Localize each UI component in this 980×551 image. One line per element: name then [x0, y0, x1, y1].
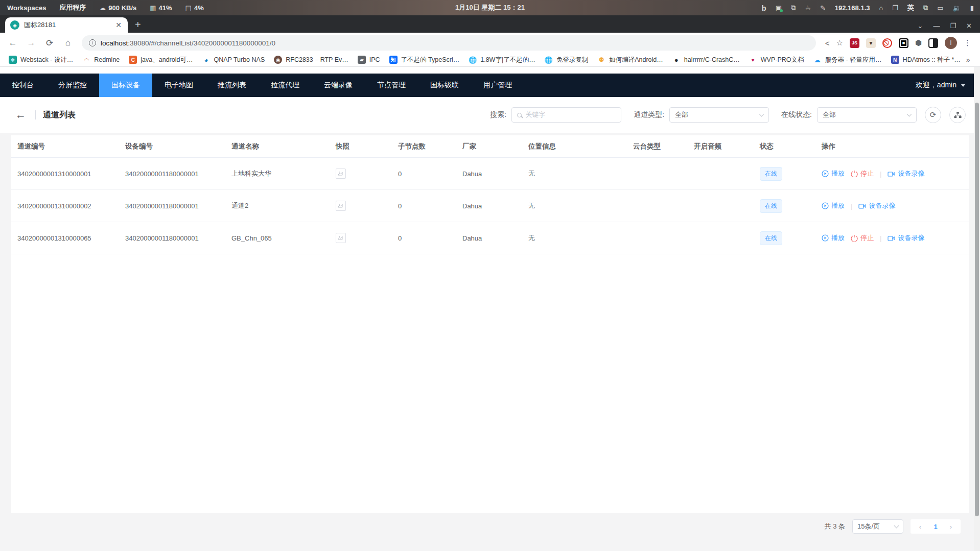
nav-item-node-manage[interactable]: 节点管理: [365, 74, 418, 97]
bookmark-star-icon[interactable]: ☆: [836, 38, 843, 47]
extension-no-camera-icon[interactable]: ⃠: [882, 38, 892, 48]
nav-item-user-manage[interactable]: 用户管理: [471, 74, 524, 97]
video-record-icon: [858, 203, 866, 209]
snapshot-thumbnail[interactable]: [336, 201, 346, 211]
window-close-icon[interactable]: ✕: [966, 22, 972, 30]
cloud-download-icon: ☁: [99, 4, 106, 12]
workspaces-button[interactable]: Workspaces: [7, 4, 46, 12]
new-tab-button[interactable]: +: [135, 19, 141, 31]
profile-avatar[interactable]: I: [945, 37, 957, 49]
bookmark-item[interactable]: ◠Redmine: [79, 55, 123, 65]
back-arrow-icon[interactable]: ←: [15, 109, 26, 121]
browser-home-button[interactable]: ⌂: [60, 35, 76, 51]
tree-view-button[interactable]: [949, 107, 966, 123]
bing-tray-icon[interactable]: b: [761, 4, 766, 12]
online-status-select[interactable]: 全部: [817, 107, 917, 123]
bookmark-item[interactable]: ◉RFC2833 – RTP Ev…: [270, 55, 352, 65]
app-tray-icon[interactable]: ▣: [776, 4, 782, 12]
clock[interactable]: 1月10日 星期二 15：21: [455, 3, 525, 12]
bookmark-item[interactable]: 🌐免登录复制: [541, 55, 592, 65]
nav-item-map[interactable]: 电子地图: [152, 74, 205, 97]
coffee-tray-icon[interactable]: ☕: [805, 4, 811, 12]
input-method-indicator[interactable]: 英: [907, 3, 914, 12]
clipboard-tray-icon[interactable]: ⧉: [791, 4, 796, 12]
bookmark-item[interactable]: ♥WVP-PRO文档: [745, 55, 808, 65]
content-area: 通道编号 设备编号 通道名称 快照 子节点数 厂家 位置信息 云台类型 开启音频…: [0, 133, 980, 551]
display-icon[interactable]: ▭: [937, 4, 943, 12]
device-record-button[interactable]: 设备录像: [858, 201, 895, 210]
applications-menu[interactable]: 应用程序: [59, 3, 86, 12]
prev-page-button[interactable]: ‹: [913, 523, 928, 531]
window-minimize-icon[interactable]: —: [933, 22, 940, 30]
snapshot-thumbnail[interactable]: [336, 169, 346, 179]
bookmark-item[interactable]: ❖Webstack - 设计…: [5, 55, 77, 65]
forward-button[interactable]: →: [24, 35, 39, 51]
pen-tray-icon[interactable]: ✎: [820, 4, 826, 12]
back-button[interactable]: ←: [5, 35, 20, 51]
extension-mask-icon[interactable]: ▼: [866, 38, 876, 48]
extension-frame-icon[interactable]: ■: [899, 38, 908, 48]
stop-button[interactable]: 停止: [851, 233, 874, 243]
scrollbar-track[interactable]: [974, 67, 980, 551]
window-restore-icon[interactable]: ❐: [950, 22, 956, 30]
address-bar[interactable]: i localhost:38080/#/channelList/34020000…: [82, 35, 816, 51]
play-button[interactable]: 播放: [822, 233, 845, 243]
table-row: 34020000001310000002 3402000000118000000…: [11, 190, 969, 222]
refresh-button[interactable]: ⟳: [925, 107, 941, 123]
windows-tray-icon[interactable]: ❐: [892, 4, 898, 12]
extension-js-icon[interactable]: JS: [850, 38, 859, 48]
bookmarks-overflow-chevron[interactable]: »: [966, 56, 975, 64]
battery-icon[interactable]: ▮: [970, 4, 974, 12]
nav-item-gb-cascade[interactable]: 国标级联: [418, 74, 471, 97]
vendor: Dahua: [456, 234, 522, 242]
bookmark-item[interactable]: ☁服务器 - 轻量应用…: [810, 55, 885, 65]
bookmark-item[interactable]: ◕QNAP Turbo NAS: [198, 55, 268, 65]
tab-close-icon[interactable]: ✕: [114, 21, 123, 29]
nav-item-console[interactable]: 控制台: [0, 74, 46, 97]
snapshot-thumbnail[interactable]: [336, 233, 346, 243]
nav-item-pull-proxy[interactable]: 拉流代理: [259, 74, 312, 97]
search-input[interactable]: 关键字: [511, 107, 621, 123]
play-circle-icon: [822, 234, 829, 242]
tab-search-icon[interactable]: ⌄: [918, 22, 923, 30]
channel-type-select[interactable]: 全部: [669, 107, 769, 123]
sitemap-icon: [954, 111, 962, 119]
bookmark-item[interactable]: ⚉如何编译Android…: [594, 55, 667, 65]
scrollbar-thumb[interactable]: [975, 103, 979, 516]
nav-item-push-list[interactable]: 推流列表: [205, 74, 259, 97]
screen-rotate-icon[interactable]: ⧉: [923, 4, 928, 12]
bookmark-item[interactable]: ▰IPC: [354, 55, 384, 65]
page-size-select[interactable]: 15条/页: [852, 519, 903, 534]
bookmark-item[interactable]: NHDAtmos :: 种子 *…: [888, 55, 964, 65]
device-record-button[interactable]: 设备录像: [888, 233, 924, 243]
divider: |: [880, 234, 881, 242]
stop-button[interactable]: 停止: [851, 169, 874, 178]
power-icon: [851, 234, 858, 242]
android-icon: ⚉: [597, 56, 605, 64]
nav-item-cloud-record[interactable]: 云端录像: [312, 74, 365, 97]
reload-button[interactable]: ⟳: [42, 35, 57, 51]
status-badge: 在线: [760, 231, 782, 245]
current-page-button[interactable]: 1: [928, 523, 943, 531]
share-icon[interactable]: <: [825, 39, 830, 47]
extension-sidebar-icon[interactable]: [928, 38, 938, 48]
bookmark-item[interactable]: 知了不起的 TypeScri…: [386, 55, 463, 65]
home-icon[interactable]: ⌂: [879, 4, 883, 12]
bookmark-item[interactable]: ●hairrrrr/C-CrashC…: [669, 55, 743, 65]
browser-menu-icon[interactable]: ⋮: [964, 38, 972, 47]
nav-item-gb-devices[interactable]: 国标设备: [99, 74, 152, 97]
play-button[interactable]: 播放: [822, 169, 845, 178]
browser-tab[interactable]: ◈ 国标28181 ✕: [5, 17, 128, 33]
ip-address-indicator[interactable]: 192.168.1.3: [835, 4, 870, 12]
volume-icon[interactable]: 🔉: [953, 4, 961, 12]
next-page-button[interactable]: ›: [943, 523, 959, 531]
nav-item-split-monitor[interactable]: 分屏监控: [46, 74, 99, 97]
bookmarks-bar: ❖Webstack - 设计… ◠Redmine Cjava、android可……: [0, 53, 980, 67]
user-menu[interactable]: 欢迎，admin: [916, 81, 980, 90]
play-button[interactable]: 播放: [822, 201, 845, 210]
device-record-button[interactable]: 设备录像: [888, 169, 924, 178]
extensions-puzzle-icon[interactable]: ⬢: [915, 38, 922, 47]
site-info-icon[interactable]: i: [89, 39, 96, 46]
bookmark-item[interactable]: Cjava、android可…: [125, 55, 196, 65]
bookmark-item[interactable]: 🌐1.8W字|了不起的…: [465, 55, 539, 65]
